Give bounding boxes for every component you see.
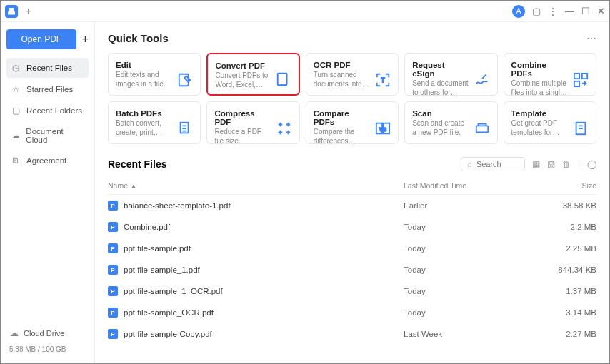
search-input[interactable] bbox=[476, 160, 519, 168]
file-row[interactable]: ppt file-sample_1_OCR.pdfToday1.37 MB bbox=[108, 280, 596, 302]
refresh-icon[interactable]: ◯ bbox=[587, 159, 596, 169]
file-size: 844.34 KB bbox=[546, 266, 596, 274]
pdf-file-icon bbox=[108, 286, 118, 296]
file-row[interactable]: ppt file-sample_OCR.pdfToday3.14 MB bbox=[108, 302, 596, 323]
sidebar-item-label: Document Cloud bbox=[26, 127, 84, 144]
table-header: Name ▲ Last Modified Time Size bbox=[108, 176, 596, 195]
file-size: 1.37 MB bbox=[546, 287, 596, 295]
file-name: balance-sheet-template-1.pdf bbox=[124, 201, 404, 210]
sidebar-item-recent-folders[interactable]: ▢Recent Folders bbox=[6, 101, 89, 121]
tool-combine-pdfs[interactable]: Combine PDFsCombine multiple files into … bbox=[504, 53, 596, 96]
col-size-header[interactable]: Size bbox=[546, 181, 596, 190]
file-size: 2.25 MB bbox=[546, 244, 596, 253]
svg-rect-3 bbox=[574, 74, 579, 79]
sidebar-item-recent-files[interactable]: ◷Recent Files bbox=[6, 58, 89, 78]
quick-tools-menu[interactable]: ⋯ bbox=[586, 33, 596, 44]
tool-desc: Send a document to others for signing. bbox=[412, 79, 468, 97]
cloud-icon: ☁ bbox=[11, 131, 20, 141]
file-row[interactable]: Combine.pdfToday2.2 MB bbox=[108, 216, 596, 238]
sort-asc-icon: ▲ bbox=[131, 183, 136, 189]
file-row[interactable]: ppt file-sample.pdfToday2.25 MB bbox=[108, 238, 596, 259]
pdf-file-icon bbox=[108, 265, 118, 275]
tool-title: Compare PDFs bbox=[314, 109, 369, 126]
file-row[interactable]: ppt file-sample-Copy.pdfLast Week2.27 MB bbox=[108, 323, 596, 345]
file-modified: Today bbox=[404, 308, 546, 317]
file-modified: Today bbox=[404, 223, 546, 231]
pdf-file-icon bbox=[108, 329, 118, 339]
feedback-icon[interactable]: ▢ bbox=[532, 6, 541, 16]
tool-batch-pdfs[interactable]: Batch PDFsBatch convert, create, print, … bbox=[108, 101, 201, 144]
tool-desc: Combine multiple files into a single PDF… bbox=[511, 79, 567, 97]
file-name: Combine.pdf bbox=[124, 223, 404, 231]
sidebar-item-starred-files[interactable]: ☆Starred Files bbox=[6, 79, 89, 99]
grid-view-icon[interactable]: ▧ bbox=[547, 159, 555, 169]
sidebar-item-label: Recent Files bbox=[26, 64, 72, 72]
user-avatar[interactable]: A bbox=[512, 5, 525, 18]
edit-icon bbox=[177, 72, 193, 88]
tool-desc: Reduce a PDF file size. bbox=[214, 128, 270, 146]
list-view-icon[interactable]: ▦ bbox=[532, 159, 540, 169]
tool-template[interactable]: TemplateGet great PDF templates for resu… bbox=[504, 101, 596, 144]
file-name: ppt file-sample_1.pdf bbox=[124, 266, 404, 274]
tool-compare-pdfs[interactable]: Compare PDFsCompare the differences betw… bbox=[306, 101, 399, 144]
tool-compress-pdf[interactable]: Compress PDFReduce a PDF file size. bbox=[206, 101, 299, 144]
cloud-drive-label: Cloud Drive bbox=[24, 329, 64, 338]
storage-usage: 5.38 MB / 100 GB bbox=[6, 343, 89, 356]
tool-title: Template bbox=[511, 109, 567, 118]
doc-icon: 🗎 bbox=[11, 156, 21, 166]
file-name: ppt file-sample_OCR.pdf bbox=[124, 308, 404, 317]
file-row[interactable]: balance-sheet-template-1.pdfEarlier38.58… bbox=[108, 195, 596, 216]
search-icon: ⌕ bbox=[467, 160, 472, 168]
col-modified-header[interactable]: Last Modified Time bbox=[404, 181, 546, 190]
sidebar: Open PDF + ◷Recent Files☆Starred Files▢R… bbox=[1, 22, 95, 363]
tool-desc: Batch convert, create, print, OCR PDFs, … bbox=[116, 119, 171, 137]
file-name: ppt file-sample.pdf bbox=[124, 244, 404, 253]
file-size: 38.58 KB bbox=[546, 201, 596, 210]
file-modified: Last Week bbox=[404, 330, 546, 338]
star-icon: ☆ bbox=[11, 84, 21, 94]
new-file-button[interactable]: + bbox=[82, 33, 89, 46]
sidebar-item-label: Recent Folders bbox=[26, 106, 82, 115]
titlebar: + A ▢ ⋮ — ☐ ✕ bbox=[1, 1, 609, 22]
svg-text:VS: VS bbox=[379, 126, 386, 133]
svg-rect-10 bbox=[476, 126, 488, 132]
new-tab-button[interactable]: + bbox=[25, 5, 31, 18]
svg-text:T: T bbox=[381, 77, 385, 84]
tool-request-esign[interactable]: Request eSignSend a document to others f… bbox=[404, 53, 497, 96]
archive-icon[interactable]: 🗑 bbox=[562, 159, 571, 169]
col-name-header[interactable]: Name ▲ bbox=[108, 181, 404, 190]
tool-scan[interactable]: ScanScan and create a new PDF file. bbox=[404, 101, 497, 144]
sidebar-item-document-cloud[interactable]: ☁Document Cloud bbox=[6, 122, 89, 149]
sidebar-item-label: Starred Files bbox=[26, 85, 73, 93]
compress-icon bbox=[276, 121, 292, 136]
tool-title: Combine PDFs bbox=[511, 61, 567, 78]
app-menu-button[interactable]: ⋮ bbox=[548, 6, 558, 17]
search-box[interactable]: ⌕ bbox=[461, 157, 525, 171]
esign-icon bbox=[474, 72, 490, 88]
tool-edit[interactable]: EditEdit texts and images in a file. bbox=[108, 53, 201, 96]
cloud-drive-link[interactable]: ☁ Cloud Drive bbox=[6, 324, 89, 343]
tool-title: Compress PDF bbox=[214, 109, 270, 126]
tool-title: Batch PDFs bbox=[116, 109, 171, 118]
maximize-button[interactable]: ☐ bbox=[581, 6, 590, 16]
ocr-icon: T bbox=[375, 72, 391, 88]
file-modified: Today bbox=[404, 244, 546, 253]
pdf-file-icon bbox=[108, 308, 118, 318]
app-logo-icon bbox=[5, 5, 18, 18]
file-modified: Today bbox=[404, 287, 546, 295]
tool-ocr-pdf[interactable]: OCR PDFTurn scanned documents into searc… bbox=[306, 53, 399, 96]
tool-convert-pdf[interactable]: Convert PDFConvert PDFs to Word, Excel, … bbox=[206, 53, 299, 96]
file-row[interactable]: ppt file-sample_1.pdfToday844.34 KB bbox=[108, 259, 596, 280]
tool-title: OCR PDF bbox=[314, 61, 369, 69]
sidebar-item-agreement[interactable]: 🗎Agreement bbox=[6, 151, 89, 171]
pdf-file-icon bbox=[108, 222, 118, 232]
divider: | bbox=[578, 159, 580, 169]
open-pdf-button[interactable]: Open PDF bbox=[6, 29, 76, 49]
svg-rect-5 bbox=[574, 81, 579, 86]
pdf-file-icon bbox=[108, 201, 118, 211]
template-icon bbox=[573, 121, 589, 136]
file-modified: Earlier bbox=[404, 201, 546, 210]
close-button[interactable]: ✕ bbox=[597, 6, 605, 16]
minimize-button[interactable]: — bbox=[565, 6, 574, 16]
tool-desc: Scan and create a new PDF file. bbox=[412, 119, 468, 137]
